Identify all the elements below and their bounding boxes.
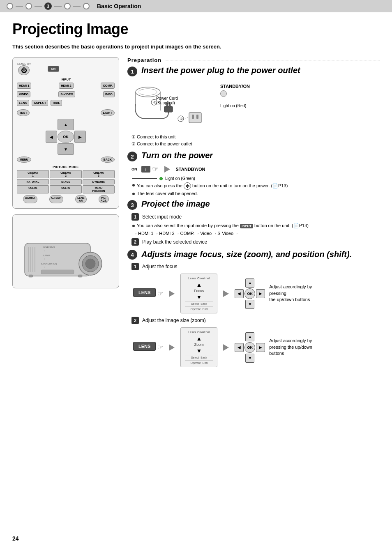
lens-button-focus[interactable]: LENS bbox=[133, 288, 156, 297]
sub2-label: Play back the selected device bbox=[142, 239, 207, 245]
lensap-btn[interactable]: LENSAP. bbox=[75, 195, 86, 203]
page-title: Projecting Image bbox=[12, 21, 380, 38]
aspect-btn[interactable]: ASPECT bbox=[32, 100, 48, 106]
svg-rect-16 bbox=[78, 275, 82, 277]
up-btn-zoom[interactable]: ▲ bbox=[245, 332, 254, 341]
down-arrow-btn[interactable]: ▼ bbox=[58, 143, 74, 155]
gamma-btn[interactable]: GAMMA bbox=[23, 195, 37, 203]
focus-arrow1 bbox=[169, 290, 175, 297]
lens-button-zoom[interactable]: LENS bbox=[133, 342, 156, 351]
left-column: STAND BY ⏻ ON INPUT HDMI 1 HDMI 2 COMP. bbox=[12, 57, 119, 288]
step3-num: 3 bbox=[127, 200, 137, 210]
on-btn[interactable]: ON bbox=[48, 66, 59, 72]
step3-indicator: 3 bbox=[44, 2, 52, 10]
adjust-focus-text: Adjust accordingly by pressing the up/do… bbox=[269, 284, 323, 303]
light-green-label: Light on (Green) bbox=[165, 176, 195, 181]
step4-sub1: 1 Adjust the focus bbox=[131, 263, 380, 270]
left-btn-focus[interactable]: ◀ bbox=[235, 289, 244, 298]
step4-num: 4 bbox=[127, 250, 137, 260]
main-content: Projecting Image This section describes … bbox=[0, 12, 392, 379]
left-arrow-btn[interactable]: ◀ bbox=[46, 131, 57, 143]
step2-title: Turn on the power bbox=[141, 151, 213, 160]
ok-center-zoom[interactable]: OK bbox=[244, 342, 255, 353]
step3-title: Project the image bbox=[141, 199, 210, 209]
svg-rect-21 bbox=[164, 106, 173, 112]
cinema1-btn[interactable]: CINEMA1 bbox=[17, 170, 49, 178]
right-btn-zoom[interactable]: ▶ bbox=[256, 343, 265, 352]
svg-rect-28 bbox=[189, 113, 201, 123]
projector-svg: WARNING ○ LAMP ○ STANDBY/ON ○ bbox=[21, 219, 111, 284]
natural-btn[interactable]: NATURAL bbox=[17, 179, 49, 184]
step4-header: 4 Adjusts image focus, size (zoom), and … bbox=[127, 249, 380, 260]
svg-rect-14 bbox=[41, 270, 74, 274]
page-number: 24 bbox=[12, 535, 19, 542]
sub1-label: Select input mode bbox=[142, 214, 182, 220]
sub2-num: 2 bbox=[131, 238, 139, 246]
stage-btn[interactable]: STAGE bbox=[50, 179, 82, 184]
connector1 bbox=[16, 6, 23, 7]
step4-indicator bbox=[64, 3, 71, 9]
right-btn-focus[interactable]: ▶ bbox=[256, 289, 265, 298]
dynamic-btn[interactable]: DYNAMIC bbox=[83, 179, 115, 184]
user1-btn[interactable]: USER1 bbox=[17, 185, 49, 193]
menu-position-btn[interactable]: MENUPOSITION bbox=[83, 185, 115, 193]
down-btn-focus[interactable]: ▼ bbox=[245, 300, 254, 309]
hdmi-chain: → HDMI 1 → HDMI 2 → COMP. → Video → S-Vi… bbox=[133, 231, 380, 236]
right-arrow-btn[interactable]: ▶ bbox=[74, 131, 86, 143]
left-btn-zoom[interactable]: ◀ bbox=[235, 343, 244, 352]
svg-rect-15 bbox=[29, 275, 33, 277]
test-btn[interactable]: TEST bbox=[17, 109, 30, 116]
cinema2-btn[interactable]: CINEMA2 bbox=[50, 170, 82, 178]
menu-btn[interactable]: MENU bbox=[17, 156, 31, 163]
zoom-sub-num: 2 bbox=[131, 317, 139, 324]
standby-on-label: STANDBY/ON bbox=[220, 84, 250, 97]
ok-arrows-focus: ▲ ◀ OK ▶ ▼ bbox=[235, 278, 265, 309]
svg-text:LAMP: LAMP bbox=[43, 254, 50, 257]
hide-btn[interactable]: HIDE bbox=[51, 100, 62, 106]
video-btn[interactable]: VIDEO bbox=[17, 91, 30, 97]
connector2 bbox=[35, 6, 42, 7]
on-small-label: ON bbox=[131, 167, 137, 171]
up-arrow-btn[interactable]: ▲ bbox=[58, 119, 74, 130]
connect1-label: ① Connect to this unit bbox=[131, 134, 380, 140]
hdmi1-btn[interactable]: HDMI 1 bbox=[17, 83, 31, 89]
down-btn-zoom[interactable]: ▼ bbox=[245, 354, 254, 363]
comp-btn[interactable]: COMP. bbox=[101, 83, 115, 89]
step2-standby-label: STANDBY/ON bbox=[176, 167, 205, 172]
ok-center-focus[interactable]: OK bbox=[244, 288, 255, 299]
up-btn-focus[interactable]: ▲ bbox=[245, 278, 254, 288]
svg-text:WARNING: WARNING bbox=[43, 246, 55, 249]
picadj-btn[interactable]: PIC.ADJ. bbox=[99, 195, 109, 203]
user2-btn[interactable]: USER2 bbox=[50, 185, 82, 193]
projector-diagram: WARNING ○ LAMP ○ STANDBY/ON ○ bbox=[12, 214, 119, 288]
step3-sub1: 1 Select input mode bbox=[131, 213, 380, 221]
step5-indicator bbox=[83, 3, 90, 9]
light-red-label: Light on (Red) bbox=[220, 104, 250, 108]
ctemp-btn[interactable]: C.TEMP bbox=[49, 195, 64, 203]
input-section-label: INPUT bbox=[17, 78, 115, 81]
chapter-title: Basic Operation bbox=[97, 3, 141, 9]
connect2-label: ② Connect to the power outlet bbox=[131, 141, 380, 147]
step3-bullet1: You can also select the input mode by pr… bbox=[132, 223, 380, 228]
svg-point-3 bbox=[85, 259, 95, 269]
ok-btn[interactable]: OK bbox=[58, 131, 74, 143]
adjust-zoom-text: Adjust accordingly by pressing the up/do… bbox=[269, 338, 312, 357]
lens-control-focus-panel: Lens Control ▲ Focus ▼ SelectBack Operat… bbox=[180, 274, 217, 313]
step2-indicator bbox=[25, 3, 32, 9]
step2-bullet1: You can also press the ⏻ button on the u… bbox=[132, 182, 380, 190]
svg-text:○: ○ bbox=[44, 266, 45, 268]
zoom-arrow2 bbox=[223, 344, 229, 351]
svg-point-18 bbox=[139, 89, 157, 95]
ok-directional-pad: ▲ ◀ OK ▶ ▼ bbox=[46, 119, 86, 155]
svideo-btn[interactable]: S-VIDEO bbox=[58, 91, 75, 97]
svg-rect-29 bbox=[192, 115, 194, 119]
light-btn[interactable]: LIGHT bbox=[101, 109, 115, 116]
lens-btn[interactable]: LENS bbox=[17, 100, 29, 106]
cinema3-btn[interactable]: CINEMA3 bbox=[83, 170, 115, 178]
info-btn[interactable]: INFO bbox=[103, 91, 115, 97]
back-btn[interactable]: BACK bbox=[101, 156, 115, 163]
step-indicators: 3 bbox=[7, 2, 90, 10]
hdmi2-btn[interactable]: HDMI 2 bbox=[59, 83, 73, 89]
top-bar: 3 Basic Operation bbox=[0, 0, 392, 12]
step4-sub2: 2 Adjust the image size (zoom) bbox=[131, 317, 380, 324]
